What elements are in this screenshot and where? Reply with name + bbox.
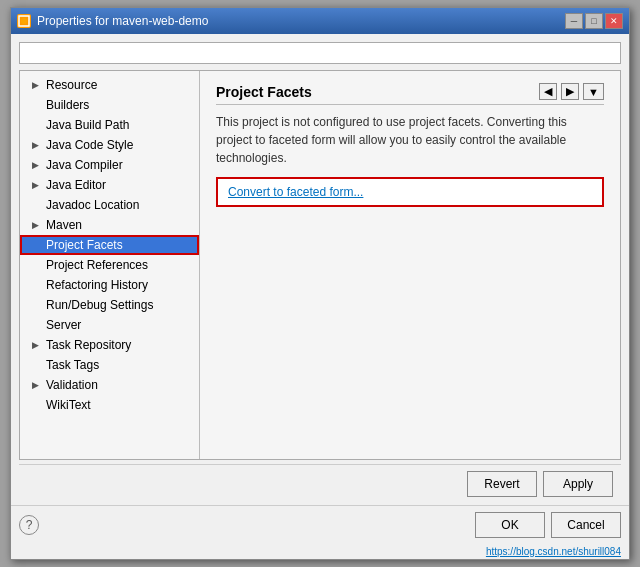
sidebar-item-run-debug-settings[interactable]: Run/Debug Settings <box>20 295 199 315</box>
convert-link-box: Convert to faceted form... <box>216 177 604 207</box>
revert-button[interactable]: Revert <box>467 471 537 497</box>
panel-toolbar: ◀ ▶ ▼ <box>539 83 604 100</box>
arrow-icon: ▶ <box>32 140 42 150</box>
right-panel: Project Facets ◀ ▶ ▼ This project is not… <box>200 71 620 459</box>
sidebar-item-server[interactable]: Server <box>20 315 199 335</box>
sidebar-item-wikitext[interactable]: WikiText <box>20 395 199 415</box>
window-title: Properties for maven-web-demo <box>37 14 208 28</box>
sidebar-item-task-tags[interactable]: Task Tags <box>20 355 199 375</box>
menu-button[interactable]: ▼ <box>583 83 604 100</box>
left-panel: ▶ Resource Builders Java Build Path ▶ Ja… <box>20 71 200 459</box>
sidebar-item-java-editor[interactable]: ▶ Java Editor <box>20 175 199 195</box>
sidebar-item-project-references[interactable]: Project References <box>20 255 199 275</box>
maximize-button[interactable]: □ <box>585 13 603 29</box>
main-panel: ▶ Resource Builders Java Build Path ▶ Ja… <box>19 70 621 460</box>
arrow-icon: ▶ <box>32 340 42 350</box>
sidebar-item-java-compiler[interactable]: ▶ Java Compiler <box>20 155 199 175</box>
help-button[interactable]: ? <box>19 515 39 535</box>
sidebar-item-task-repository[interactable]: ▶ Task Repository <box>20 335 199 355</box>
apply-button[interactable]: Apply <box>543 471 613 497</box>
sidebar-item-resource[interactable]: ▶ Resource <box>20 75 199 95</box>
window-footer: ? OK Cancel https://blog.csdn.net/shuril… <box>11 505 629 559</box>
minimize-button[interactable]: ─ <box>565 13 583 29</box>
status-bar: https://blog.csdn.net/shurill084 <box>11 544 629 559</box>
arrow-icon: ▶ <box>32 80 42 90</box>
content-area: ▶ Resource Builders Java Build Path ▶ Ja… <box>11 34 629 505</box>
sidebar-item-refactoring-history[interactable]: Refactoring History <box>20 275 199 295</box>
title-bar: Properties for maven-web-demo ─ □ ✕ <box>11 8 629 34</box>
sidebar-item-builders[interactable]: Builders <box>20 95 199 115</box>
sidebar-item-maven[interactable]: ▶ Maven <box>20 215 199 235</box>
svg-point-1 <box>21 18 27 24</box>
ok-cancel-buttons: OK Cancel <box>475 512 621 538</box>
sidebar-item-java-build-path[interactable]: Java Build Path <box>20 115 199 135</box>
search-bar <box>19 42 621 64</box>
sidebar-item-project-facets[interactable]: Project Facets <box>20 235 199 255</box>
search-input[interactable] <box>19 42 621 64</box>
ok-button[interactable]: OK <box>475 512 545 538</box>
sidebar-item-javadoc-location[interactable]: Javadoc Location <box>20 195 199 215</box>
back-button[interactable]: ◀ <box>539 83 557 100</box>
cancel-button[interactable]: Cancel <box>551 512 621 538</box>
close-button[interactable]: ✕ <box>605 13 623 29</box>
arrow-icon: ▶ <box>32 160 42 170</box>
title-bar-left: Properties for maven-web-demo <box>17 14 208 28</box>
panel-description: This project is not configured to use pr… <box>216 113 604 167</box>
arrow-icon: ▶ <box>32 380 42 390</box>
panel-title: Project Facets <box>216 84 312 100</box>
arrow-icon: ▶ <box>32 180 42 190</box>
sidebar-item-validation[interactable]: ▶ Validation <box>20 375 199 395</box>
forward-button[interactable]: ▶ <box>561 83 579 100</box>
convert-link[interactable]: Convert to faceted form... <box>228 185 363 199</box>
arrow-icon: ▶ <box>32 220 42 230</box>
sidebar-item-java-code-style[interactable]: ▶ Java Code Style <box>20 135 199 155</box>
title-controls: ─ □ ✕ <box>565 13 623 29</box>
window-icon <box>17 14 31 28</box>
properties-window: Properties for maven-web-demo ─ □ ✕ ▶ Re… <box>10 7 630 560</box>
revert-apply-row: Revert Apply <box>19 464 621 497</box>
